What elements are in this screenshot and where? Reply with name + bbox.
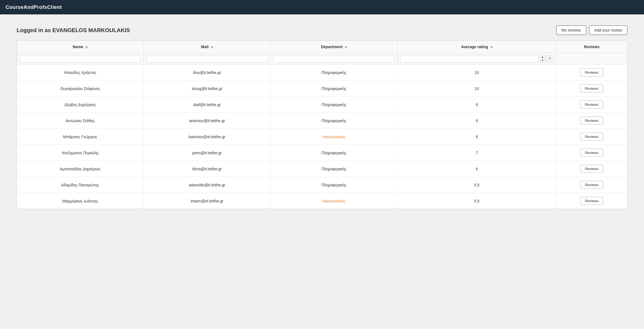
cell-department: Πληροφορικής: [270, 145, 397, 161]
reviews-button[interactable]: Reviews: [580, 149, 603, 157]
filter-cell-reviews: [556, 53, 627, 65]
cell-reviews: Reviews: [556, 193, 627, 209]
professors-table-container: Name ⇅ Mail ⇅ Department ⇅ Average ratin…: [17, 40, 627, 209]
col-header-mail[interactable]: Mail ⇅: [144, 41, 271, 53]
filter-department-input[interactable]: [273, 55, 395, 63]
cell-department: Πληροφορικής: [270, 97, 397, 113]
add-review-button[interactable]: Add your review: [589, 25, 627, 35]
sort-icon-department[interactable]: ⇅: [345, 46, 347, 49]
cell-rating: 10: [397, 81, 556, 97]
cell-reviews: Reviews: [556, 113, 627, 129]
filter-mail-input[interactable]: [146, 55, 268, 63]
navbar: CourseAndProfsClient: [0, 0, 644, 14]
table-row: Δέρβος Δημήτριοςdad@it.teithe.grΠληροφορ…: [17, 97, 627, 113]
cell-name: Αντωνίου Στάθης: [17, 113, 144, 129]
cell-name: Ηλιούδης Χρήστος: [17, 65, 144, 81]
professors-table: Name ⇅ Mail ⇅ Department ⇅ Average ratin…: [17, 41, 627, 209]
cell-name: Αμανατιάδης Δημήτριος: [17, 161, 144, 177]
cell-rating: 9: [397, 97, 556, 113]
reviews-button[interactable]: Reviews: [580, 181, 603, 189]
reviews-button[interactable]: Reviews: [580, 117, 603, 125]
my-reviews-button[interactable]: My reviews: [556, 25, 586, 35]
cell-name: Μπάμνιος Γεώργιος: [17, 129, 144, 145]
cell-reviews: Reviews: [556, 129, 627, 145]
col-header-reviews: Reviews: [556, 41, 627, 53]
cell-mail: peris@it.teithe.gr: [144, 145, 271, 161]
cell-reviews: Reviews: [556, 81, 627, 97]
rating-spinner-down[interactable]: ▼: [540, 59, 545, 62]
cell-name: Αδαμίδης Παναγιώτης: [17, 177, 144, 193]
cell-reviews: Reviews: [556, 97, 627, 113]
cell-department: Πληροφορικής: [270, 81, 397, 97]
cell-mail: dad@it.teithe.gr: [144, 97, 271, 113]
logged-in-label: Logged in as EVANGELOS MARKOULAKIS: [17, 27, 130, 34]
cell-reviews: Reviews: [556, 145, 627, 161]
reviews-button[interactable]: Reviews: [580, 133, 603, 141]
navbar-brand: CourseAndProfsClient: [6, 4, 62, 10]
filter-cell-rating: ▲ ▼ Y: [397, 53, 556, 65]
rating-filter-icon-button[interactable]: Y: [546, 55, 553, 62]
cell-name: Χατζημίσιος Περικλής: [17, 145, 144, 161]
cell-reviews: Reviews: [556, 177, 627, 193]
reviews-button[interactable]: Reviews: [580, 165, 603, 173]
filter-name-input[interactable]: [20, 55, 141, 63]
cell-rating: 6: [397, 161, 556, 177]
cell-department: Ηλεκτρονικής: [270, 193, 397, 209]
table-header-row: Name ⇅ Mail ⇅ Department ⇅ Average ratin…: [17, 41, 627, 53]
reviews-button[interactable]: Reviews: [580, 101, 603, 109]
cell-reviews: Reviews: [556, 65, 627, 81]
cell-rating: 7: [397, 145, 556, 161]
cell-rating: 5.5: [397, 177, 556, 193]
table-row: Μαρμόρκος Ιωάννηςimarm@el.teithe.grΗλεκτ…: [17, 193, 627, 209]
cell-mail: dima@it.teithe.gr: [144, 161, 271, 177]
cell-mail: bamnios@el.teithe.gr: [144, 129, 271, 145]
reviews-button[interactable]: Reviews: [580, 68, 603, 76]
table-row: Αντωνίου Στάθηςantoniou@it.teithe.grΠληρ…: [17, 113, 627, 129]
table-row: Μπάμνιος Γεώργιοςbamnios@el.teithe.grΗλε…: [17, 129, 627, 145]
cell-department: Πληροφορικής: [270, 161, 397, 177]
table-row: Αδαμίδης Παναγιώτηςadamidis@it.teithe.gr…: [17, 177, 627, 193]
cell-department: Ηλεκτρονικής: [270, 129, 397, 145]
cell-mail: antoniou@it.teithe.gr: [144, 113, 271, 129]
rating-spinner-up[interactable]: ▲: [540, 55, 545, 59]
sort-icon-mail[interactable]: ⇅: [211, 46, 213, 49]
cell-rating: 5.5: [397, 193, 556, 209]
top-bar: Logged in as EVANGELOS MARKOULAKIS My re…: [17, 25, 627, 35]
cell-department: Πληροφορικής: [270, 65, 397, 81]
main-content: Logged in as EVANGELOS MARKOULAKIS My re…: [0, 14, 644, 220]
col-header-rating[interactable]: Average rating ⇅: [397, 41, 556, 53]
table-row: Ουγιάρογλου Στέφανοςstoug@it.teithe.grΠλ…: [17, 81, 627, 97]
cell-mail: stoug@it.teithe.gr: [144, 81, 271, 97]
filter-cell-department: [270, 53, 397, 65]
rating-filter-wrapper: ▲ ▼ Y: [400, 55, 553, 63]
col-header-name[interactable]: Name ⇅: [17, 41, 144, 53]
cell-rating: 10: [397, 65, 556, 81]
cell-rating: 8: [397, 129, 556, 145]
cell-department: Πληροφορικής: [270, 113, 397, 129]
cell-rating: 9: [397, 113, 556, 129]
filter-cell-name: [17, 53, 144, 65]
reviews-button[interactable]: Reviews: [580, 197, 603, 205]
cell-mail: iliou@it.teithe.gr: [144, 65, 271, 81]
sort-icon-name[interactable]: ⇅: [85, 46, 88, 49]
table-body: Ηλιούδης Χρήστοςiliou@it.teithe.grΠληροφ…: [17, 65, 627, 209]
cell-name: Ουγιάρογλου Στέφανος: [17, 81, 144, 97]
table-row: Αμανατιάδης Δημήτριοςdima@it.teithe.grΠλ…: [17, 161, 627, 177]
cell-mail: imarm@el.teithe.gr: [144, 193, 271, 209]
filter-rating-input[interactable]: [400, 55, 539, 63]
cell-reviews: Reviews: [556, 161, 627, 177]
rating-spinner[interactable]: ▲ ▼: [540, 55, 545, 63]
filter-row: ▲ ▼ Y: [17, 53, 627, 65]
cell-department: Πληροφορικής: [270, 177, 397, 193]
cell-mail: adamidis@it.teithe.gr: [144, 177, 271, 193]
col-header-department[interactable]: Department ⇅: [270, 41, 397, 53]
sort-icon-rating[interactable]: ⇅: [490, 46, 493, 49]
cell-name: Δέρβος Δημήτριος: [17, 97, 144, 113]
filter-cell-mail: [144, 53, 271, 65]
reviews-button[interactable]: Reviews: [580, 84, 603, 92]
top-actions: My reviews Add your review: [556, 25, 627, 35]
cell-name: Μαρμόρκος Ιωάννης: [17, 193, 144, 209]
table-row: Χατζημίσιος Περικλήςperis@it.teithe.grΠλ…: [17, 145, 627, 161]
table-row: Ηλιούδης Χρήστοςiliou@it.teithe.grΠληροφ…: [17, 65, 627, 81]
